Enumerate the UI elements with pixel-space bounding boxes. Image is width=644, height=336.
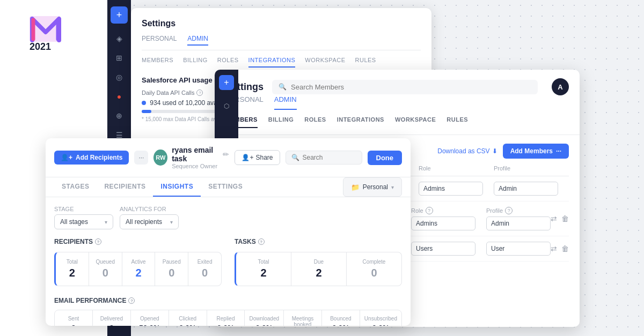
settings-fg-subtabs: MEMBERS BILLING ROLES INTEGRATIONS WORKS… [215, 110, 580, 135]
settings-bg-tab-personal[interactable]: PERSONAL [142, 35, 177, 46]
perf-unsubscribed-value: 0.0% [364, 324, 397, 326]
api-progress-fill [142, 110, 151, 113]
download-csv-link[interactable]: Download as CSV ⬇ [437, 147, 497, 155]
nav-add-button[interactable]: + [111, 6, 128, 24]
perf-meetings-label: Meetings booked [288, 316, 317, 326]
stat-queued: Queued 0 [89, 252, 122, 286]
analytics-select[interactable]: All recipients ▾ [120, 214, 179, 229]
settings-avatar: A [552, 78, 569, 95]
stat-paused: Paused 0 [155, 252, 188, 286]
task-tab-recipients[interactable]: RECIPIENTS [97, 177, 153, 197]
perf-opened-label: Opened [135, 316, 164, 322]
nav-icon-5[interactable]: ⊕ [111, 107, 128, 124]
task-stat-due-label: Due [297, 259, 341, 265]
task-tab-settings[interactable]: SETTINGS [201, 177, 250, 197]
member-profile-select-3[interactable]: User [486, 242, 551, 256]
settings-bg-subtab-roles[interactable]: ROLES [217, 57, 239, 68]
settings-fg-tab-admin[interactable]: ADMIN [274, 95, 297, 110]
recipients-stats-title: RECIPIENTS ? [54, 238, 222, 245]
task-stat-complete: Complete 0 [347, 252, 401, 286]
edit-icon[interactable]: ✏ [223, 150, 229, 159]
add-recipients-icon: 👤+ [61, 154, 72, 161]
chevron-icon: ▾ [391, 184, 394, 190]
task-stat-due-value: 2 [297, 267, 341, 279]
settings-search-bar[interactable]: 🔍 [272, 80, 538, 94]
stat-exited-label: Exited [194, 259, 216, 265]
recipients-stats-grid: Total 2 Queued 0 Active 2 Paused 0 [54, 252, 222, 286]
role-label: Role [411, 207, 423, 214]
member-profile-1: Admin [494, 182, 569, 196]
perf-clicked-label: Clicked [173, 316, 202, 322]
settings-fg-subtab-rules[interactable]: RULES [447, 116, 468, 128]
task-tab-stages[interactable]: STAGES [54, 177, 97, 197]
email-perf-title-text: EMAIL PERFORMANCE [54, 297, 126, 304]
member-role-select-2[interactable]: Admins [411, 216, 475, 230]
stat-total-value: 2 [61, 267, 83, 279]
task-owner-label: Sequence Owner [172, 163, 229, 169]
share-button[interactable]: 👤+ Share [235, 150, 280, 165]
nav-fg-icon-1[interactable]: ⬡ [218, 98, 235, 115]
tasks-title-text: TASKS [235, 238, 256, 245]
stats-section: RECIPIENTS ? Total 2 Queued 0 Active 2 [54, 238, 402, 286]
task-search-input[interactable] [303, 154, 356, 161]
perf-downloaded-label: Downloaded [249, 316, 279, 322]
settings-fg-subtab-roles[interactable]: ROLES [304, 116, 326, 128]
add-members-button[interactable]: Add Members ··· [503, 144, 569, 159]
task-name-group: ryans email task ✏ Sequence Owner [172, 146, 229, 169]
member-profile-select-1[interactable]: Admin [494, 182, 558, 196]
nav-icon-1[interactable]: ◈ [111, 30, 128, 47]
delete-icon[interactable]: 🗑 [561, 214, 569, 223]
recipients-title-text: RECIPIENTS [54, 238, 93, 245]
perf-downloaded: Downloaded 0.0% 0 [245, 310, 284, 326]
done-button[interactable]: Done [368, 151, 402, 165]
nav-fg-add-button[interactable]: + [219, 75, 234, 90]
nav-icon-2[interactable]: ⊞ [111, 49, 128, 66]
task-stat-total-value: 2 [241, 267, 286, 279]
stat-paused-value: 0 [160, 267, 182, 279]
perf-sent: Sent 2 [55, 310, 93, 326]
settings-bg-subtab-billing[interactable]: BILLING [183, 57, 208, 68]
settings-bg-subtab-members[interactable]: MEMBERS [142, 57, 173, 68]
settings-fg-subtab-workspace[interactable]: WORKSPACE [395, 116, 436, 128]
analytics-chevron: ▾ [170, 219, 173, 225]
search-input[interactable] [291, 83, 531, 91]
settings-bg-tabs-top: PERSONAL ADMIN [142, 35, 421, 50]
add-members-label: Add Members [510, 147, 553, 155]
stage-filter: STAGE All stages ▾ [54, 206, 113, 229]
perf-unsubscribed: Unsubscribed 0.0% 0 [360, 310, 401, 326]
settings-fg-subtab-billing[interactable]: BILLING [268, 116, 294, 128]
perf-opened-value: 50.0% [135, 324, 164, 326]
recipients-stats-box: RECIPIENTS ? Total 2 Queued 0 Active 2 [54, 238, 222, 286]
stat-active: Active 2 [122, 252, 156, 286]
task-stat-due: Due 2 [291, 252, 347, 286]
perf-replied-label: Replied [211, 316, 240, 322]
task-tab-insights[interactable]: INSIGHTS [153, 177, 201, 197]
app-logo: 2021 [27, 13, 80, 51]
member-role-select-1[interactable]: Admins [419, 182, 483, 196]
add-members-more-icon: ··· [556, 147, 561, 155]
member-profile-select-2[interactable]: Admin [486, 216, 551, 230]
settings-bg-tab-admin[interactable]: ADMIN [187, 35, 208, 46]
task-search-field[interactable]: 🔍 [286, 151, 362, 165]
member-role-select-3[interactable]: Users [411, 242, 475, 256]
settings-bg-subtab-integrations[interactable]: INTEGRATIONS [248, 57, 296, 68]
task-search-icon: 🔍 [291, 154, 299, 161]
perf-delivered: Delivered 2 [93, 310, 131, 326]
analytics-label: ANALYTICS FOR [120, 206, 179, 212]
transfer-icon-3[interactable]: ⇄ [551, 244, 557, 253]
settings-bg-subtab-workspace[interactable]: WORKSPACE [305, 57, 345, 68]
nav-icon-3[interactable]: ◎ [111, 69, 128, 86]
stage-select[interactable]: All stages ▾ [54, 214, 113, 229]
member-role-col-2: Role ? Admins [411, 207, 486, 230]
add-recipients-label: Add Recipients [76, 154, 122, 161]
add-recipients-button[interactable]: 👤+ Add Recipients [54, 151, 129, 165]
analytics-filter: ANALYTICS FOR All recipients ▾ [120, 206, 179, 229]
email-performance-section: EMAIL PERFORMANCE ? Sent 2 Delivered 2 O… [54, 297, 402, 326]
personal-badge[interactable]: 📁 Personal ▾ [343, 177, 402, 197]
transfer-icon[interactable]: ⇄ [551, 214, 557, 223]
nav-icon-4[interactable]: ● [111, 88, 128, 105]
delete-icon-3[interactable]: 🗑 [561, 244, 569, 253]
task-more-button[interactable]: ··· [134, 151, 148, 165]
settings-bg-subtab-rules[interactable]: RULES [355, 57, 376, 68]
settings-fg-subtab-integrations[interactable]: INTEGRATIONS [337, 116, 384, 128]
